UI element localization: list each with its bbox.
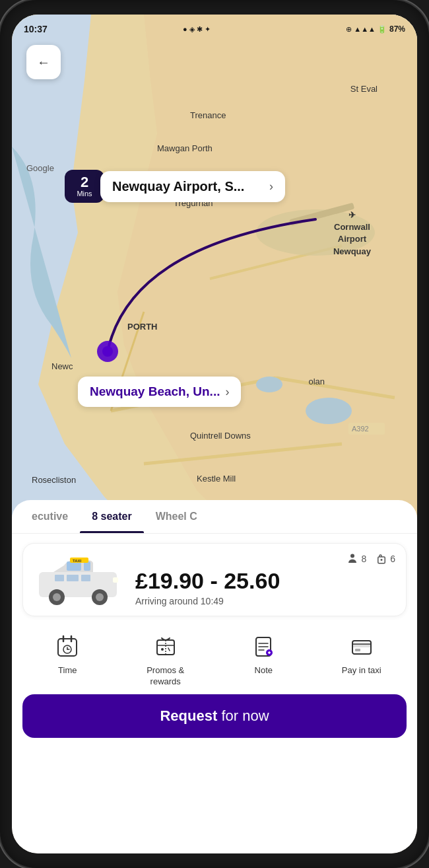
bottom-panel: ecutive 8 seater Wheel C [12,500,417,853]
svg-rect-18 [84,561,90,571]
action-pay[interactable]: Pay in taxi [313,632,411,688]
map-label-newc: Newc [51,361,73,371]
map-label-olan: olan [308,377,325,386]
destination-text: Newquay Airport, S... [112,179,244,194]
svg-rect-28 [81,575,90,581]
status-center-icons: ● ◈ ✱ ✦ [183,25,211,34]
origin-pill[interactable]: Newquay Beach, Un... › [78,377,241,407]
battery-percentage: 87% [389,24,405,34]
action-time[interactable]: Time [18,632,117,688]
vehicle-eta: Arriving around 10:49 [135,596,395,606]
destination-pill[interactable]: Newquay Airport, S... › [100,171,285,202]
map-label-kestle-mill: Kestle Mill [197,474,236,484]
map-label-trenance: Trenance [190,110,226,120]
promos-label: Promos & rewards [147,665,184,688]
status-right-icons: ⊕ ▲▲▲ 🔋 87% [346,24,405,34]
vehicle-image: TAXI [34,554,126,606]
tabs-row: ecutive 8 seater Wheel C [12,500,417,534]
svg-rect-27 [67,575,79,581]
svg-rect-39 [157,640,174,655]
svg-point-20 [53,593,61,601]
route-bubble: 2 Mins Newquay Airport, S... › [65,170,285,203]
tab-8-seater[interactable]: 8 seater [80,500,144,533]
action-promos[interactable]: Promos & rewards [117,632,215,688]
svg-text:TAXI: TAXI [73,559,82,563]
luggage-count: 6 [390,554,395,564]
request-button[interactable]: Request for now [22,694,407,738]
google-badge: Google [26,163,54,173]
map-area: A392 St Eval Trenance Mawgan Porth Tregu… [12,15,417,536]
svg-point-29 [350,554,354,558]
svg-rect-26 [55,575,64,581]
svg-point-22 [96,593,104,601]
svg-rect-52 [355,649,360,651]
time-minutes: 2 [73,175,96,190]
svg-point-15 [102,346,113,357]
seats-info: 8 [346,553,366,565]
time-badge: 2 Mins [65,170,104,203]
luggage-info: 6 [376,553,395,565]
action-note[interactable]: Note [214,632,313,688]
time-label: Time [58,665,77,676]
status-time: 10:37 [24,24,48,34]
tab-wheelchair[interactable]: Wheel C [144,500,209,533]
map-label-mawgan-porth: Mawgan Porth [157,143,213,153]
seat-count: 8 [361,554,366,564]
time-unit: Mins [73,190,96,198]
svg-rect-25 [113,577,118,583]
map-label-porth: PORTH [127,322,158,332]
tab-executive[interactable]: ecutive [20,500,80,533]
time-icon [53,632,82,661]
vehicle-meta: 8 6 [135,553,395,565]
airport-label: ✈ Cornwall Airport Newquay [333,209,371,258]
status-bar: 10:37 ● ◈ ✱ ✦ ⊕ ▲▲▲ 🔋 87% [12,15,417,40]
phone-frame: A392 St Eval Trenance Mawgan Porth Tregu… [0,0,429,868]
svg-point-40 [161,648,164,651]
map-label-rosecliston: Rosecliston [32,475,76,485]
map-label-st-eval: St Eval [350,84,378,94]
vehicle-card: TAXI 8 [22,543,407,616]
vehicle-info: 8 6 £19.90 - 25.60 Arriving around 10:49 [135,553,395,606]
map-label-quintrell-downs: Quintrell Downs [190,431,251,441]
svg-line-41 [168,648,170,651]
back-button[interactable]: ← [26,45,61,79]
pay-label: Pay in taxi [342,665,381,676]
back-arrow-icon: ← [37,55,50,70]
note-icon [249,632,278,661]
note-label: Note [255,665,273,676]
svg-rect-17 [67,561,81,571]
destination-arrow-icon: › [269,180,273,194]
request-button-text: Request for now [160,707,269,724]
vehicle-price: £19.90 - 25.60 [135,569,395,593]
pay-icon [347,632,376,661]
origin-text: Newquay Beach, Un... [90,384,220,399]
promos-icon [151,632,180,661]
phone-screen: A392 St Eval Trenance Mawgan Porth Tregu… [12,15,417,853]
bottom-actions: Time Promos & rewards [12,626,417,692]
origin-arrow-icon: › [225,385,229,399]
